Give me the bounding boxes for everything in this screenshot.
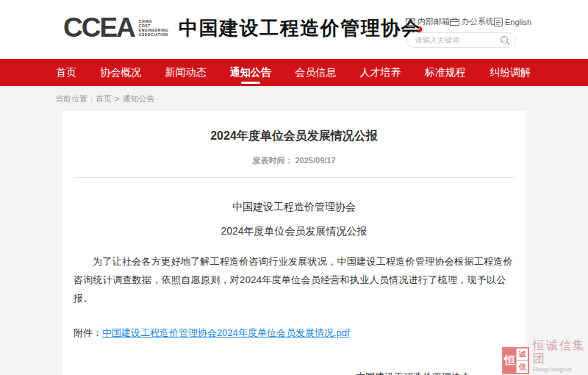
publish-date: 发表时间： 2025/09/17 bbox=[74, 155, 514, 166]
quick-links: 内部邮箱 办公系统 English bbox=[406, 16, 516, 27]
office-system-label: 办公系统 bbox=[462, 16, 494, 27]
english-label: English bbox=[505, 18, 531, 26]
breadcrumb-home-link[interactable]: 首页 bbox=[96, 94, 112, 103]
search-button[interactable] bbox=[500, 35, 510, 46]
header-tools: 内部邮箱 办公系统 English bbox=[406, 16, 516, 48]
nav-item-home[interactable]: 首页 bbox=[54, 59, 78, 86]
mail-icon bbox=[406, 18, 415, 26]
main-nav: 首页 协会概况 新闻动态 通知公告 会员信息 人才培养 标准规程 纠纷调解 bbox=[0, 59, 588, 86]
logo-acronym: CCEA bbox=[63, 12, 135, 44]
nav-item-about[interactable]: 协会概况 bbox=[98, 59, 143, 86]
article-title: 2024年度单位会员发展情况公报 bbox=[74, 129, 514, 144]
title-divider bbox=[74, 177, 514, 178]
attachment-pdf-link[interactable]: 中国建设工程造价管理协会2024年度单位会员发展情况.pdf bbox=[102, 327, 350, 338]
site-header: CCEA CHINA COST ENGINEERING ASSOCIATION … bbox=[0, 0, 588, 59]
breadcrumb-separator: > bbox=[115, 94, 119, 103]
attachment-line: 附件：中国建设工程造价管理协会2024年度单位会员发展情况.pdf bbox=[74, 326, 514, 340]
briefcase-icon bbox=[450, 18, 459, 26]
nav-item-training[interactable]: 人才培养 bbox=[358, 59, 402, 86]
watermark-text: 恒诚信集团 Hengchengxin Group bbox=[533, 339, 588, 375]
signature-block: 中国建设工程造价管理协会 2025年9月17日 bbox=[325, 371, 501, 375]
nav-item-members[interactable]: 会员信息 bbox=[293, 59, 337, 86]
attachment-label: 附件： bbox=[74, 327, 102, 338]
internal-mail-label: 内部邮箱 bbox=[417, 16, 450, 27]
nav-item-news[interactable]: 新闻动态 bbox=[164, 59, 208, 86]
globe-icon bbox=[494, 18, 503, 26]
breadcrumb: 当前位置：首页>通知公告 bbox=[0, 86, 588, 104]
watermark-name-cn: 恒诚信集团 bbox=[533, 339, 588, 365]
article-card: 2024年度单位会员发展情况公报 发表时间： 2025/09/17 中国建设工程… bbox=[62, 111, 526, 375]
site-logo[interactable]: CCEA CHINA COST ENGINEERING ASSOCIATION … bbox=[63, 12, 421, 44]
search-box bbox=[406, 32, 516, 48]
logo-subtext-line: ASSOCIATION bbox=[139, 32, 169, 37]
nav-item-notices[interactable]: 通知公告 bbox=[229, 59, 273, 86]
watermark-name-en: Hengchengxin Group bbox=[533, 365, 588, 375]
search-icon bbox=[500, 35, 510, 46]
nav-item-mediation[interactable]: 纠纷调解 bbox=[488, 59, 532, 86]
english-link[interactable]: English bbox=[494, 18, 531, 26]
document-title-heading: 2024年度单位会员发展情况公报 bbox=[74, 225, 514, 238]
article-paragraph: 为了让社会各方更好地了解工程造价咨询行业发展状况，中国建设工程造价管理协会根据工… bbox=[74, 252, 514, 307]
office-system-link[interactable]: 办公系统 bbox=[450, 16, 494, 27]
document-org-heading: 中国建设工程造价管理协会 bbox=[74, 201, 514, 214]
search-input[interactable] bbox=[414, 34, 498, 46]
nav-item-standards[interactable]: 标准规程 bbox=[423, 59, 467, 86]
logo-subtext: CHINA COST ENGINEERING ASSOCIATION bbox=[139, 19, 169, 37]
breadcrumb-current-link[interactable]: 通知公告 bbox=[122, 94, 154, 103]
internal-mail-link[interactable]: 内部邮箱 bbox=[406, 16, 450, 27]
breadcrumb-prefix: 当前位置： bbox=[55, 94, 96, 103]
org-name: 中国建设工程造价管理协会 bbox=[179, 15, 421, 41]
signature-org: 中国建设工程造价管理协会 bbox=[325, 371, 501, 375]
